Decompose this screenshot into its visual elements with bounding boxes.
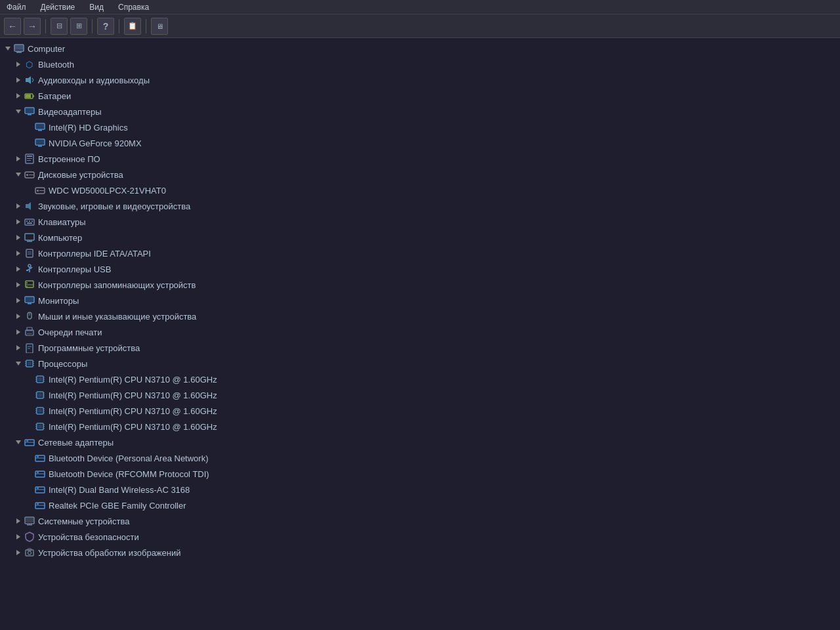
tree-item-network-realtek[interactable]: Realtek PCIe GBE Family Controller [0,497,840,513]
svg-marker-63 [16,298,20,303]
expand-btn-storage[interactable] [13,280,24,290]
svg-rect-45 [25,234,34,240]
tree-item-cpu[interactable]: Процессоры [0,356,840,371]
tree-item-ide[interactable]: Контроллеры IDE ATA/ATAPI [0,245,840,261]
menu-view[interactable]: Вид [87,1,106,13]
tree-item-cpu2[interactable]: Intel(R) Pentium(R) CPU N3710 @ 1.60GHz [0,387,840,403]
expand-btn-computer2[interactable] [13,232,24,243]
tree-item-storage[interactable]: Контроллеры запоминающих устройств [0,277,840,293]
menu-file[interactable]: Файл [4,1,29,13]
item-label-display-nvidia: NVIDIA GeForce 920MX [49,138,142,148]
svg-rect-28 [27,160,31,161]
expand-btn-keyboard[interactable] [13,217,24,227]
tree-item-cpu3[interactable]: Intel(R) Pentium(R) CPU N3710 @ 1.60GHz [0,403,840,419]
tree-item-cpu1[interactable]: Intel(R) Pentium(R) CPU N3710 @ 1.60GHz [0,371,840,387]
svg-marker-4 [16,62,20,67]
item-label-bluetooth: Bluetooth [38,60,74,70]
menu-help[interactable]: Справка [116,1,152,13]
tree-item-prog[interactable]: Программные устройства [0,340,840,356]
tree-item-keyboard[interactable]: Клавиатуры [0,214,840,230]
item-label-cpu3: Intel(R) Pentium(R) CPU N3710 @ 1.60GHz [49,406,217,416]
tree-item-audio[interactable]: Аудиовходы и аудиовыходы [0,72,840,88]
tree-item-usb[interactable]: Контроллеры USB [0,261,840,277]
svg-rect-73 [27,333,32,335]
expand-btn-display[interactable] [13,106,24,117]
expand-btn-computer[interactable] [3,43,13,54]
menu-bar: Файл Действие Вид Справка [0,0,840,14]
expand-btn-system[interactable] [13,516,24,526]
expand-btn-prog[interactable] [13,343,24,353]
svg-marker-24 [16,156,20,161]
expand-btn-firmware[interactable] [13,154,24,164]
svg-rect-80 [28,362,32,366]
expand-btn-mouse[interactable] [13,311,24,322]
tree-item-display-intel[interactable]: Intel(R) HD Graphics [0,119,840,135]
tree-item-network[interactable]: Сетевые адаптеры [0,434,840,450]
svg-marker-135 [16,518,20,524]
expand-btn-imaging[interactable] [13,547,24,558]
expand-btn-monitor[interactable] [13,295,24,306]
expand-btn-sound[interactable] [13,201,24,211]
tree-item-monitor[interactable]: Мониторы [0,293,840,308]
tree-item-mouse[interactable]: Мыши и иные указывающие устройства [0,308,840,324]
expand-btn-audio[interactable] [13,75,24,85]
expand-btn-battery[interactable] [13,91,24,101]
expand-btn-security[interactable] [13,532,24,542]
expand-btn-ide[interactable] [13,248,24,259]
toolbar-sep-1 [45,19,46,33]
tree-item-security[interactable]: Устройства безопасности [0,529,840,545]
svg-rect-26 [27,156,32,157]
item-icon-cpu4 [34,421,46,432]
device-tree: Computer⬡BluetoothАудиовходы и аудиовыхо… [0,38,840,630]
tree-item-sound[interactable]: Звуковые, игровые и видеоустройства [0,198,840,214]
expand-btn-cpu3 [24,406,34,416]
expand-btn-usb[interactable] [13,264,24,274]
expand-btn-network[interactable] [13,437,24,448]
item-icon-ide [24,247,35,259]
forward-button[interactable]: → [24,18,41,35]
monitor-button[interactable]: 🖥 [151,18,168,35]
svg-rect-137 [27,524,32,526]
tree-item-network-bt1[interactable]: Bluetooth Device (Personal Area Network) [0,450,840,466]
item-label-cpu: Процессоры [38,359,87,369]
svg-rect-41 [29,220,30,222]
expand-button[interactable]: ⊞ [70,18,87,35]
tree-item-disk-wdc[interactable]: WDC WD5000LPCX-21VHAT0 [0,182,840,198]
svg-rect-46 [27,241,32,242]
svg-marker-36 [16,203,20,209]
tree-item-network-intel[interactable]: Intel(R) Dual Band Wireless-AC 3168 [0,482,840,497]
tree-item-battery[interactable]: Батареи [0,88,840,104]
tree-item-display-nvidia[interactable]: NVIDIA GeForce 920MX [0,135,840,151]
tree-item-display[interactable]: Видеоадаптеры [0,104,840,119]
item-label-sound: Звуковые, игровые и видеоустройства [38,201,190,211]
expand-btn-cpu2 [24,390,34,400]
svg-rect-125 [37,456,39,457]
svg-point-52 [28,264,31,267]
item-icon-disk-wdc [34,184,46,196]
tree-item-bluetooth[interactable]: ⬡Bluetooth [0,56,840,72]
svg-rect-55 [26,270,28,271]
expand-btn-bluetooth[interactable] [13,59,24,70]
toolbar: ← → ⊟ ⊞ ? 📋 🖥 [0,14,840,38]
back-button[interactable]: ← [4,18,21,35]
tree-item-imaging[interactable]: Устройства обработки изображений [0,545,840,560]
menu-action[interactable]: Действие [38,1,78,13]
properties-button[interactable]: 📋 [124,18,141,35]
item-icon-security [24,531,35,543]
show-hide-button[interactable]: ⊟ [51,18,68,35]
tree-item-disk[interactable]: Дисковые устройства [0,167,840,182]
help-button[interactable]: ? [97,18,114,35]
tree-item-network-bt2[interactable]: Bluetooth Device (RFCOMM Protocol TDI) [0,466,840,482]
tree-item-computer2[interactable]: Компьютер [0,230,840,245]
tree-item-system[interactable]: Системные устройства [0,513,840,529]
expand-btn-cpu[interactable] [13,358,24,369]
expand-btn-network-realtek [24,500,34,511]
tree-item-cpu4[interactable]: Intel(R) Pentium(R) CPU N3710 @ 1.60GHz [0,419,840,434]
tree-item-computer[interactable]: Computer [0,41,840,56]
tree-item-firmware[interactable]: Встроенное ПО [0,151,840,167]
expand-btn-print[interactable] [13,327,24,337]
item-label-ide: Контроллеры IDE ATA/ATAPI [38,249,151,259]
expand-btn-disk[interactable] [13,169,24,180]
svg-line-8 [32,78,33,80]
tree-item-print[interactable]: Очереди печати [0,324,840,340]
